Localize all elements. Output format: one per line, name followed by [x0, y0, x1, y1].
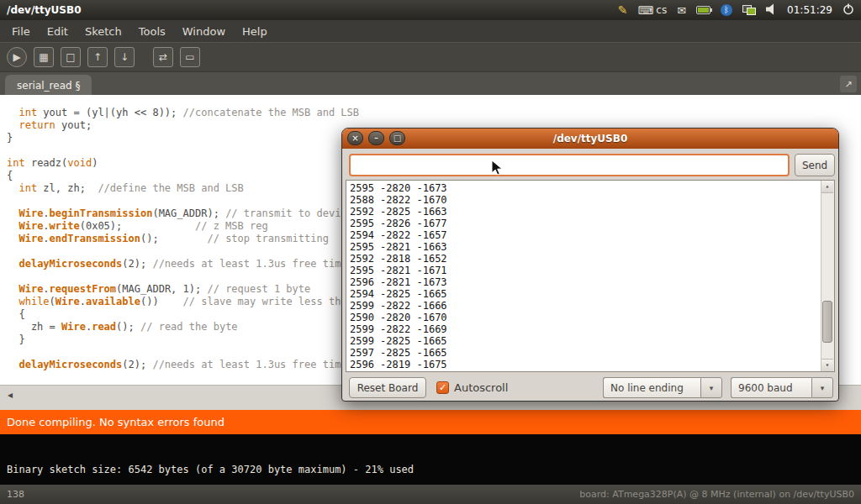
serial-line: 2599 -2822 -1669 — [350, 323, 817, 335]
tab-menu-button[interactable]: ↗ — [840, 76, 857, 92]
close-button[interactable]: × — [347, 131, 363, 145]
new-sketch-button[interactable]: □ — [61, 47, 81, 67]
network-icon[interactable] — [742, 5, 756, 15]
serial-line: 2594 -2825 -1665 — [350, 288, 817, 300]
upload-icon: ⇄ — [159, 51, 167, 63]
maximize-button[interactable]: □ — [389, 131, 405, 145]
power-icon[interactable] — [843, 3, 854, 18]
chevron-down-icon[interactable]: ▾ — [811, 377, 833, 398]
reset-board-button[interactable]: Reset Board — [349, 377, 426, 398]
baud-rate-dropdown[interactable]: 9600 baud ▾ — [731, 377, 833, 398]
serial-output-scrollbar[interactable]: ▴ ▾ — [821, 181, 834, 371]
autoscroll-label: Autoscroll — [454, 381, 508, 394]
save-icon: ↓ — [120, 51, 129, 63]
serial-line: 2592 -2825 -1663 — [350, 206, 817, 218]
line-number: 138 — [7, 489, 24, 500]
serial-line: 2597 -2825 -1665 — [350, 347, 817, 359]
serial-monitor-title: /dev/ttyUSB0 — [553, 133, 628, 144]
serial-line: 2595 -2820 -1673 — [350, 182, 817, 194]
menu-file[interactable]: File — [3, 22, 39, 41]
keyboard-indicator[interactable]: ⌨ cs — [638, 4, 668, 16]
menu-window[interactable]: Window — [174, 22, 234, 41]
serial-output-lines: 2595 -2820 -16732588 -2822 -16702592 -28… — [350, 182, 817, 370]
serial-line: 2599 -2825 -1665 — [350, 335, 817, 347]
line-ending-value: No line ending — [603, 377, 700, 398]
keyboard-icon: ⌨ — [638, 5, 654, 16]
serial-line: 2595 -2826 -1677 — [350, 218, 817, 229]
window-controls: × – □ — [347, 131, 405, 145]
serial-line: 2588 -2822 -1670 — [350, 194, 817, 206]
battery-icon[interactable] — [696, 6, 710, 14]
mail-icon[interactable]: ✉ — [677, 5, 686, 16]
open-sketch-button[interactable]: ↑ — [87, 47, 108, 67]
menubar: FileEditSketchToolsWindowHelp — [0, 20, 861, 42]
play-icon: ▶ — [13, 51, 20, 63]
serial-line: 2592 -2818 -1652 — [350, 253, 817, 265]
serial-line: 2596 -2819 -1675 — [350, 359, 817, 370]
bluetooth-icon[interactable]: ᛒ — [721, 4, 732, 16]
save-sketch-button[interactable]: ↓ — [114, 47, 135, 67]
menu-tools[interactable]: Tools — [130, 22, 174, 41]
compile-status-bar: Done compiling. No syntax errors found — [0, 410, 861, 434]
scrollbar-thumb[interactable] — [822, 301, 832, 343]
volume-icon[interactable] — [766, 3, 777, 18]
board-info: board: ATmega328P(A) @ 8 MHz (internal) … — [579, 489, 854, 500]
console-text: Binary sketch size: 6542 bytes (of a 307… — [7, 464, 414, 475]
menu-edit[interactable]: Edit — [39, 22, 77, 41]
serial-monitor-icon: ▭ — [185, 51, 194, 63]
serial-line: 2599 -2822 -1666 — [350, 300, 817, 312]
scroll-up-arrow-icon[interactable]: ▴ — [821, 181, 833, 193]
serial-line: 2595 -2821 -1671 — [350, 265, 817, 276]
autoscroll-control: ✓ Autoscroll — [436, 377, 508, 398]
code-line: int yout = (yl|(yh << 8)); //concatenate… — [7, 107, 861, 119]
chevron-down-icon[interactable]: ▾ — [700, 377, 722, 398]
serial-line: 2595 -2821 -1663 — [350, 241, 817, 253]
menu-help[interactable]: Help — [234, 22, 276, 41]
scroll-left-arrow-icon[interactable]: ◂ — [3, 388, 17, 402]
new-tab-icon: ↗ — [844, 79, 852, 90]
send-button[interactable]: Send — [795, 154, 835, 176]
system-tray: ✎ ⌨ cs ✉ ᛒ 01:51:29 — [618, 3, 861, 18]
send-button-label: Send — [802, 160, 827, 171]
status-message: Done compiling. No syntax errors found — [7, 416, 224, 428]
serial-output[interactable]: 2595 -2820 -16732588 -2822 -16702592 -28… — [346, 180, 835, 372]
reset-board-label: Reset Board — [357, 382, 419, 394]
minimize-icon: – — [374, 134, 378, 143]
serial-line: 2596 -2821 -1673 — [350, 276, 817, 288]
baud-rate-value: 9600 baud — [731, 377, 811, 398]
window-title: /dev/ttyUSB0 — [0, 4, 82, 16]
serial-monitor-window: /dev/ttyUSB0 × – □ Send 2595 -2820 -1673… — [341, 128, 839, 402]
notes-icon[interactable]: ✎ — [618, 4, 628, 16]
serial-monitor-titlebar[interactable]: /dev/ttyUSB0 × – □ — [342, 129, 838, 149]
check-icon: ✓ — [439, 382, 446, 393]
tab-strip: serial_read § ↗ — [0, 71, 861, 96]
stop-icon: ▦ — [39, 51, 48, 63]
verify-button[interactable]: ▶ — [7, 47, 27, 67]
top-panel: /dev/ttyUSB0 ✎ ⌨ cs ✉ ᛒ 01:51:29 — [0, 0, 861, 20]
maximize-icon: □ — [394, 134, 401, 143]
new-file-icon: □ — [66, 51, 75, 63]
screen: /dev/ttyUSB0 ✎ ⌨ cs ✉ ᛒ 01:51:29 FileEdi… — [0, 0, 861, 504]
close-icon: × — [351, 134, 358, 143]
line-ending-dropdown[interactable]: No line ending ▾ — [603, 377, 722, 398]
autoscroll-checkbox[interactable]: ✓ — [436, 381, 449, 394]
scroll-down-arrow-icon[interactable]: ▾ — [821, 359, 833, 371]
serial-monitor-button[interactable]: ▭ — [180, 47, 200, 67]
menu-sketch[interactable]: Sketch — [77, 22, 130, 41]
build-console: Binary sketch size: 6542 bytes (of a 307… — [0, 434, 861, 485]
serial-send-input[interactable] — [349, 154, 790, 176]
keyboard-layout-label: cs — [656, 4, 667, 16]
minimize-button[interactable]: – — [368, 131, 384, 145]
tab-label: serial_read § — [17, 80, 80, 92]
stop-button[interactable]: ▦ — [34, 47, 54, 67]
serial-line: 2590 -2820 -1670 — [350, 312, 817, 323]
footer-status-bar: 138 board: ATmega328P(A) @ 8 MHz (intern… — [0, 485, 861, 504]
tab-serial-read[interactable]: serial_read § — [5, 75, 92, 96]
clock[interactable]: 01:51:29 — [787, 4, 832, 16]
toolbar: ▶ ▦ □ ↑ ↓ ⇄ ▭ — [0, 42, 861, 71]
serial-line: 2594 -2822 -1657 — [350, 229, 817, 241]
open-icon: ↑ — [93, 51, 102, 63]
upload-button[interactable]: ⇄ — [153, 47, 173, 67]
